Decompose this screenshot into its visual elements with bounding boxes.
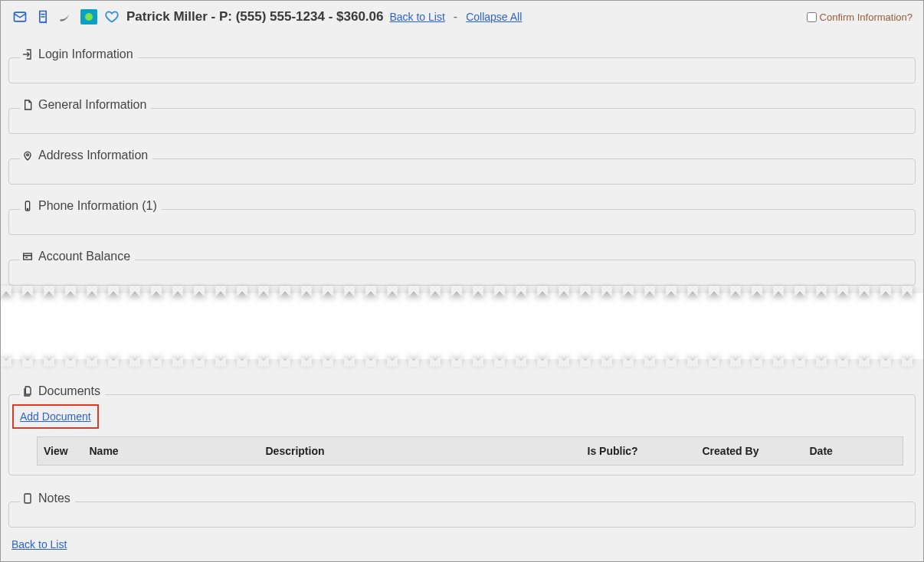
document-icon (21, 99, 34, 111)
section-notes-label: Notes (38, 492, 70, 505)
heart-icon[interactable] (103, 8, 120, 25)
documents-table: View Name Description Is Public? Created… (37, 436, 903, 466)
balance-icon (21, 250, 34, 263)
add-document-highlight: Add Document (12, 404, 99, 429)
section-address-label: Address Information (38, 149, 148, 162)
notes-icon (21, 492, 34, 505)
page-title: Patrick Miller - P: (555) 555-1234 - $36… (126, 9, 383, 25)
add-document-link[interactable]: Add Document (20, 410, 91, 423)
col-is-public[interactable]: Is Public? (582, 437, 696, 466)
svg-point-3 (27, 208, 28, 209)
section-login[interactable]: Login Information (8, 57, 916, 83)
section-address[interactable]: Address Information (8, 158, 916, 185)
col-view[interactable]: View (38, 437, 84, 466)
col-description[interactable]: Description (260, 437, 582, 466)
col-created-by[interactable]: Created By (696, 437, 804, 466)
confirm-info-label: Confirm Information? (820, 11, 913, 23)
wing-icon[interactable] (57, 8, 74, 25)
camera-icon[interactable] (80, 8, 97, 25)
back-to-list-footer[interactable]: Back to List (11, 538, 67, 551)
confirm-info-toggle[interactable]: Confirm Information? (807, 11, 913, 23)
pin-icon (21, 149, 34, 162)
svg-rect-6 (25, 494, 31, 503)
section-phone-label: Phone Information (1) (38, 199, 157, 213)
section-documents-label: Documents (38, 384, 100, 398)
mail-icon[interactable] (11, 8, 28, 25)
documents-icon (21, 385, 34, 397)
confirm-info-checkbox[interactable] (807, 12, 817, 22)
svg-point-1 (27, 154, 29, 156)
col-name[interactable]: Name (84, 437, 260, 466)
section-general-label: General Information (38, 98, 146, 112)
section-notes[interactable]: Notes (8, 502, 916, 528)
section-documents: Documents Add Document View Name Descrip… (8, 394, 916, 475)
collapse-all-link[interactable]: Collapse All (466, 11, 522, 23)
section-balance[interactable]: Account Balance (8, 260, 916, 286)
login-icon (21, 48, 34, 60)
col-date[interactable]: Date (804, 437, 903, 466)
section-general[interactable]: General Information (8, 108, 916, 134)
back-to-list-link[interactable]: Back to List (389, 11, 444, 23)
section-phone[interactable]: Phone Information (1) (8, 209, 916, 235)
phone-icon (21, 200, 34, 212)
section-login-label: Login Information (38, 47, 133, 61)
section-balance-label: Account Balance (38, 250, 130, 263)
receipt-icon[interactable] (34, 8, 51, 25)
content-break (1, 293, 923, 359)
separator: - (451, 10, 460, 24)
